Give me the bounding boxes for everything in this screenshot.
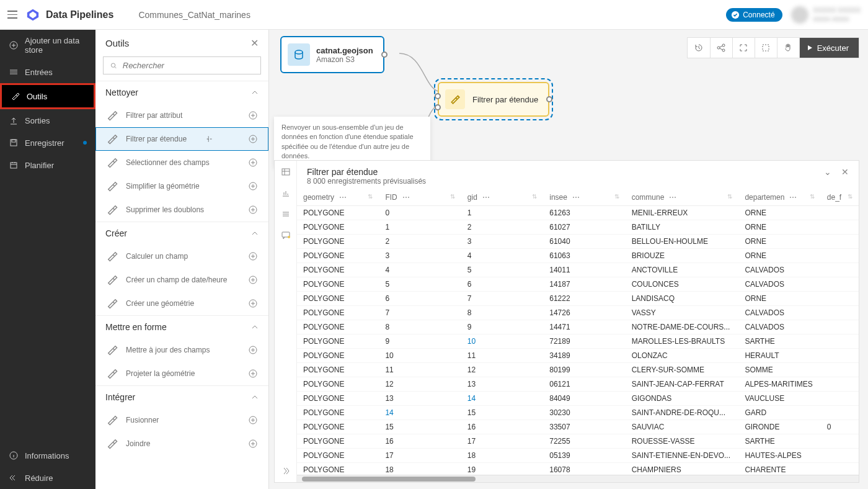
table-row[interactable]: POLYGONE4514011ANCTOVILLECALVADOS [297,263,859,277]
table-row[interactable]: POLYGONE2361040BELLOU-EN-HOULMEORNE [297,235,859,249]
close-icon[interactable]: ✕ [250,37,259,49]
history-button[interactable] [688,38,710,58]
section-clean[interactable]: Nettoyer [95,81,268,104]
section-format[interactable]: Mettre en forme [95,316,268,338]
tools-panel: Outils ✕ Nettoyer Filtrer par attributFi… [95,30,269,489]
add-icon[interactable] [248,275,258,285]
table-row[interactable]: POLYGONE181916078CHAMPNIERSCHARENTE [297,463,859,475]
collapse-down-icon[interactable]: ⌄ [824,167,831,177]
column-header[interactable]: insee⇅⋯ [543,189,625,206]
sidebar-item-inputs[interactable]: Entrées [0,61,95,83]
table-cell: 10 [379,349,461,363]
chart-icon[interactable] [281,188,291,198]
table-row[interactable]: POLYGONE6761222LANDISACQORNE [297,292,859,306]
table-row[interactable]: POLYGONE161772255ROUESSE-VASSESARTHE [297,434,859,449]
pan-button[interactable] [777,38,799,58]
message-icon[interactable] [281,230,291,240]
table-cell: 06121 [543,377,625,392]
add-icon[interactable] [248,134,258,144]
add-icon[interactable] [248,298,258,308]
table-row[interactable]: POLYGONE8914471NOTRE-DAME-DE-COURS...CAL… [297,320,859,334]
list-icon[interactable] [281,209,291,219]
table-icon[interactable] [281,167,291,177]
sidebar-item-save[interactable]: Enregistrer [0,132,95,154]
section-create[interactable]: Créer [95,222,268,244]
add-icon[interactable] [248,415,258,425]
add-icon[interactable] [248,369,258,379]
tool-item-create_geom[interactable]: Créer une géométrie [95,292,268,315]
canvas-node-input[interactable]: catnat.geojson Amazon S3 [280,36,384,73]
add-icon[interactable] [248,345,258,355]
tool-item-merge[interactable]: Fusionner [95,408,268,432]
tool-item-update_fields[interactable]: Mettre à jour des champs [95,338,268,362]
pipeline-canvas[interactable]: catnat.geojson Amazon S3 Filtrer par éte… [269,30,868,489]
share-button[interactable] [710,38,732,58]
table-row[interactable]: POLYGONE121306121SAINT-JEAN-CAP-FERRATAL… [297,377,859,392]
tools-search[interactable] [103,56,261,74]
sidebar-item-collapse[interactable]: Réduire [0,467,95,489]
expand-icon[interactable] [281,466,291,476]
table-row[interactable]: POLYGONE3461063BRIOUZEORNE [297,249,859,263]
connector-dot[interactable] [546,96,552,102]
table-cell [821,349,859,363]
add-icon[interactable] [248,205,258,215]
add-icon[interactable] [248,110,258,120]
connector-dot[interactable] [381,52,388,58]
sidebar-item-add-datastore[interactable]: Ajouter un data store [0,30,95,61]
add-icon[interactable] [248,158,258,168]
table-row[interactable]: POLYGONE7814726VASSYCALVADOS [297,306,859,320]
column-header[interactable]: gid⇅⋯ [461,189,543,206]
sidebar-item-schedule[interactable]: Planifier [0,154,95,176]
table-row[interactable]: POLYGONE171805139SAINT-ETIENNE-EN-DEVO..… [297,449,859,463]
tool-item-create_datetime[interactable]: Créer un champ de date/heure [95,268,268,292]
tool-item-calc_field[interactable]: Calculer un champ [95,244,268,268]
table-cell: 14 [379,406,461,420]
table-row[interactable]: POLYGONE5614187COULONCESCALVADOS [297,277,859,292]
tool-item-join[interactable]: Joindre [95,432,268,455]
tool-item-project_geom[interactable]: Projeter la géométrie [95,362,268,385]
table-row[interactable]: POLYGONE131484049GIGONDASVAUCLUSE [297,392,859,406]
preview-table-wrap[interactable]: geometry⇅⋯FID⇅⋯gid⇅⋯insee⇅⋯commune⇅⋯depa… [297,189,859,475]
column-header[interactable]: de_f⇅ [821,189,859,206]
table-row[interactable]: POLYGONE91072189MAROLLES-LES-BRAULTSSART… [297,334,859,349]
add-icon[interactable] [248,251,258,261]
fullscreen-button[interactable] [732,38,755,58]
table-cell: POLYGONE [297,434,379,449]
table-row[interactable]: POLYGONE0161263MENIL-ERREUXORNE [297,206,859,220]
table-row[interactable]: POLYGONE111280199CLERY-SUR-SOMMESOMME [297,363,859,377]
column-header[interactable]: commune⇅⋯ [626,189,739,206]
tool-item-remove_dup[interactable]: Supprimer les doublons [95,198,268,222]
column-header[interactable]: geometry⇅⋯ [297,189,379,206]
close-preview-icon[interactable]: ✕ [841,167,849,177]
search-input[interactable] [123,61,254,70]
horizontal-scrollbar[interactable] [297,475,859,482]
select-button[interactable] [755,38,777,58]
sidebar-item-info[interactable]: Informations [0,444,95,467]
sidebar-item-outputs[interactable]: Sorties [0,109,95,132]
pipeline-name[interactable]: Communes_CatNat_marines [138,10,250,20]
tool-item-filter_extent[interactable]: Filtrer par étendue [95,127,268,151]
table-row[interactable]: POLYGONE141530230SAINT-ANDRE-DE-ROQU...G… [297,406,859,420]
connector-dot[interactable] [435,104,441,110]
section-integrate[interactable]: Intégrer [95,386,268,408]
table-cell: 4 [379,263,461,277]
sidebar-item-tools[interactable]: Outils [0,83,95,109]
column-header[interactable]: departemen⇅⋯ [738,189,820,206]
tool-item-select_fields[interactable]: Sélectionner des champs [95,151,268,174]
table-row[interactable]: POLYGONE151633507SAUVIACGIRONDE0 [297,420,859,434]
tool-item-simplify_geom[interactable]: Simplifier la géométrie [95,174,268,198]
table-row[interactable]: POLYGONE1261027BATILLYORNE [297,220,859,235]
table-row[interactable]: POLYGONE101134189OLONZACHERAULT [297,349,859,363]
column-header[interactable]: FID⇅⋯ [379,189,461,206]
connector-dot[interactable] [435,93,441,99]
execute-button[interactable]: Exécuter [799,38,859,58]
add-icon[interactable] [248,181,258,191]
tool-item-filter_attr[interactable]: Filtrer par attribut [95,104,268,127]
connected-badge[interactable]: Connecté [726,8,782,22]
table-cell [821,220,859,235]
canvas-node-filter[interactable]: Filtrer par étendue [438,82,549,117]
user-menu[interactable]: XXXXX XXXXXxxxxx xxxxx [791,6,861,24]
table-cell: SAUVIAC [626,420,739,434]
hamburger-menu-icon[interactable] [7,10,17,20]
add-icon[interactable] [248,439,258,449]
